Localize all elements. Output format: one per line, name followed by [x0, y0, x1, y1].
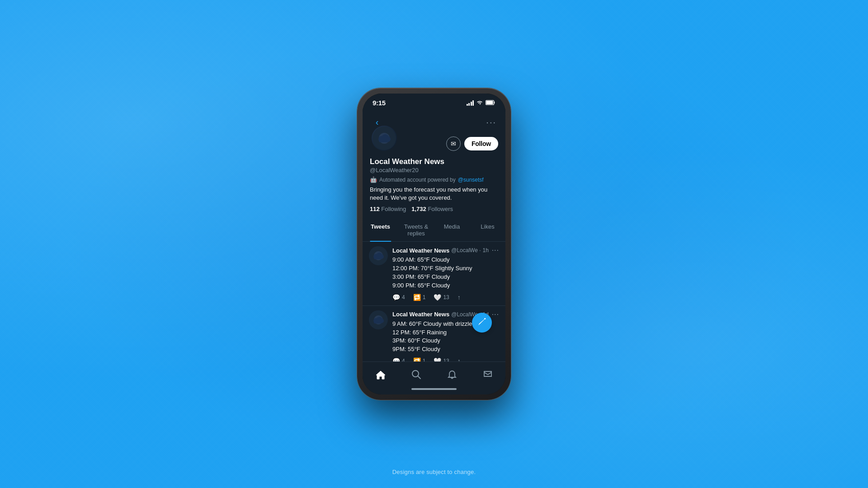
reply-icon: 💬 — [392, 294, 400, 301]
following-label: Following — [381, 206, 406, 212]
svg-rect-1 — [486, 101, 493, 104]
like-icon: 🤍 — [434, 294, 441, 301]
follow-button[interactable]: Follow — [464, 137, 498, 150]
tweet-body: 9:00 AM: 65°F Cloudy 12:00 PM: 70°F Slig… — [392, 256, 499, 290]
nav-messages-button[interactable] — [478, 366, 498, 383]
share-icon: ↑ — [458, 294, 461, 301]
nav-search-button[interactable] — [406, 366, 426, 383]
app-content: ‹ ··· — [363, 109, 505, 394]
tabs-bar: Tweets Tweets & replies Media Likes — [363, 218, 505, 242]
tweet-time: 1h — [483, 247, 489, 253]
profile-name: Local Weather News — [370, 157, 498, 166]
avatar — [370, 124, 399, 153]
tab-media[interactable]: Media — [434, 218, 470, 241]
tab-tweets-replies[interactable]: Tweets & replies — [398, 218, 434, 241]
tab-tweets[interactable]: Tweets — [363, 218, 398, 241]
signal-icon — [467, 100, 474, 106]
avatar-image — [372, 126, 397, 151]
tweet-actions: 💬 4 🔁 1 🤍 13 — [392, 294, 499, 301]
tweet-item[interactable]: Local Weather News @LocalWe · 1h ··· 9:0… — [363, 242, 505, 305]
disclaimer-text: Designs are subject to change. — [392, 469, 476, 475]
automated-mention[interactable]: @sunsetsf — [458, 177, 484, 183]
tweets-feed: Local Weather News @LocalWe · 1h ··· 9:0… — [363, 242, 505, 362]
tweet-avatar — [369, 246, 388, 265]
nav-home-button[interactable] — [371, 366, 391, 383]
battery-icon — [486, 100, 495, 106]
profile-section: ✉ Follow Local Weather News @LocalWeathe… — [363, 133, 505, 218]
phone-mockup: 9:15 — [357, 88, 511, 400]
profile-actions: ✉ Follow — [446, 136, 498, 151]
following-count: 112 — [370, 206, 380, 212]
compose-fab-button[interactable] — [472, 313, 492, 333]
compose-icon — [477, 317, 487, 329]
like-button[interactable]: 🤍 13 — [434, 294, 449, 301]
home-indicator — [363, 385, 505, 394]
tweet-meta: Local Weather News @LocalWe · 1h — [392, 247, 489, 254]
profile-header: ✉ Follow — [370, 124, 498, 153]
tab-likes[interactable]: Likes — [470, 218, 505, 241]
tweet-more-button[interactable]: ··· — [492, 310, 499, 319]
automated-text: Automated account powered by — [379, 177, 456, 183]
profile-automated: 🤖 Automated account powered by @sunsetsf — [370, 176, 498, 183]
profile-bio: Bringing you the forecast you need when … — [370, 186, 498, 202]
retweet-count: 1 — [423, 294, 426, 300]
tweet-author: Local Weather News — [392, 311, 449, 318]
tweet-more-button[interactable]: ··· — [492, 246, 499, 254]
profile-stats: 112 Following 1,732 Followers — [370, 206, 498, 212]
message-button[interactable]: ✉ — [446, 136, 461, 151]
followers-label: Followers — [428, 206, 453, 212]
bottom-nav — [363, 361, 505, 385]
status-time: 9:15 — [373, 99, 386, 107]
svg-rect-7 — [379, 139, 389, 142]
nav-notifications-button[interactable] — [442, 366, 462, 383]
tweet-handle: @LocalWe · — [451, 247, 481, 253]
status-icons — [467, 100, 496, 106]
like-count: 13 — [443, 294, 449, 300]
tweet-author: Local Weather News — [392, 247, 449, 254]
retweet-button[interactable]: 🔁 1 — [413, 294, 426, 301]
reply-count: 4 — [402, 294, 405, 300]
profile-handle: @LocalWeather20 — [370, 167, 498, 174]
wifi-icon — [476, 100, 483, 106]
tweet-header: Local Weather News @LocalWe · 1h ··· — [392, 246, 499, 254]
svg-rect-13 — [374, 256, 382, 259]
home-indicator-bar — [411, 388, 457, 390]
reply-button[interactable]: 💬 4 — [392, 294, 405, 301]
tweet-content: Local Weather News @LocalWe · 1h ··· 9:0… — [392, 246, 499, 300]
share-button[interactable]: ↑ — [458, 294, 461, 301]
following-stat[interactable]: 112 Following — [370, 206, 406, 212]
message-icon: ✉ — [451, 140, 456, 147]
status-bar: 9:15 — [363, 94, 505, 109]
svg-rect-19 — [374, 320, 382, 324]
bot-icon: 🤖 — [370, 176, 377, 183]
svg-line-28 — [418, 376, 420, 379]
svg-point-26 — [484, 318, 486, 319]
tweet-avatar — [369, 310, 388, 329]
followers-stat[interactable]: 1,732 Followers — [411, 206, 453, 212]
followers-count: 1,732 — [411, 206, 426, 212]
retweet-icon: 🔁 — [413, 294, 421, 301]
phone-screen: 9:15 — [363, 94, 505, 394]
